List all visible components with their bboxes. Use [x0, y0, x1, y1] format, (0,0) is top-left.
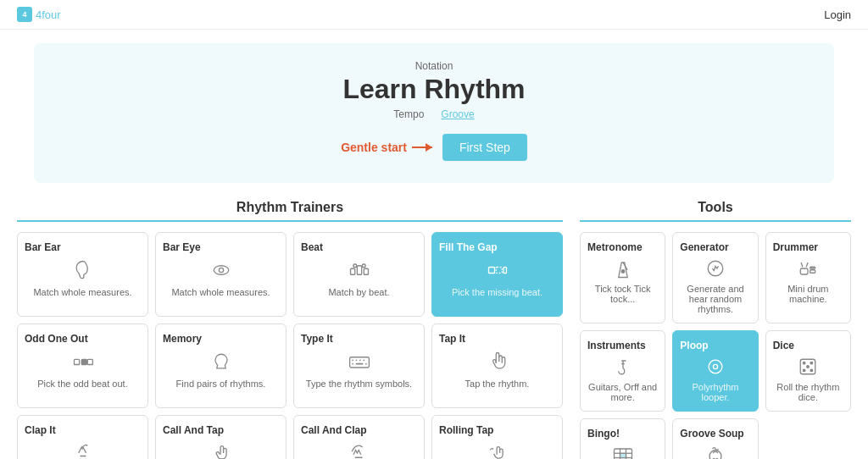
svg-rect-25 — [810, 270, 815, 274]
card-title-bar-eye: Bar Eye — [163, 241, 279, 253]
tool-title-bingo: Bingo! — [587, 428, 658, 440]
tool-card-metronome[interactable]: Metronome Tick tock Tick tock... — [580, 232, 665, 324]
tools-grid: Metronome Tick tock Tick tock... Generat… — [580, 232, 851, 459]
card-title-bar-ear: Bar Ear — [25, 241, 141, 253]
card-icon-bar-ear — [25, 258, 141, 282]
arrow-icon — [412, 147, 432, 148]
main-content: Rhythm Trainers Bar Ear Match whole meas… — [0, 183, 868, 459]
card-icon-fill-the-gap — [439, 258, 555, 282]
tools-section: Tools Metronome Tick tock Tick tock... G… — [580, 200, 851, 459]
svg-point-29 — [709, 360, 722, 373]
tool-icon-drummer — [773, 257, 843, 280]
svg-point-0 — [214, 266, 229, 275]
card-desc-tap-it: Tap the rhythm. — [439, 379, 555, 389]
tool-title-groove-soup: Groove Soup — [680, 428, 750, 440]
svg-point-30 — [713, 364, 717, 368]
rhythm-trainers-grid: Bar Ear Match whole measures. Bar Eye Ma… — [17, 232, 563, 459]
card-icon-beat — [301, 258, 417, 282]
tool-icon-ploop — [680, 355, 750, 379]
tempo-label: Tempo — [393, 108, 424, 120]
svg-rect-4 — [364, 268, 368, 274]
svg-point-1 — [219, 268, 223, 272]
rhythm-card-rolling-tap[interactable]: Rolling Tap Keep tapping... — [431, 415, 563, 459]
tool-card-instruments[interactable]: Instruments Guitars, Orff and more. — [580, 330, 665, 412]
tool-desc-drummer: Mini drum machine. — [773, 284, 843, 304]
svg-rect-26 — [810, 267, 815, 268]
card-icon-tap-it — [439, 350, 555, 373]
tool-card-dice[interactable]: Dice Roll the rhythm dice. — [765, 330, 851, 412]
svg-point-35 — [810, 369, 813, 372]
card-title-tap-it: Tap It — [439, 333, 555, 345]
rhythm-trainers-title: Rhythm Trainers — [17, 200, 563, 222]
card-desc-bar-eye: Match whole measures. — [163, 287, 279, 297]
card-icon-memory — [163, 350, 279, 373]
tool-desc-dice: Roll the rhythm dice. — [773, 382, 843, 402]
logo-icon: 4 — [17, 7, 32, 22]
tool-card-ploop[interactable]: Ploop Polyrhythm looper. — [672, 330, 758, 412]
card-title-clap-it: Clap It — [25, 424, 141, 436]
rhythm-card-bar-ear[interactable]: Bar Ear Match whole measures. — [17, 232, 148, 317]
svg-rect-10 — [74, 359, 79, 364]
rhythm-card-odd-one-out[interactable]: Odd One Out Pick the odd beat out. — [17, 324, 148, 408]
hero-title: Learn Rhythm — [51, 74, 817, 105]
rhythm-card-tap-it[interactable]: Tap It Tap the rhythm. — [431, 324, 563, 408]
rhythm-trainers-section: Rhythm Trainers Bar Ear Match whole meas… — [17, 200, 563, 459]
card-title-odd-one-out: Odd One Out — [25, 333, 141, 345]
card-icon-call-and-clap — [301, 441, 417, 459]
login-link[interactable]: Login — [824, 8, 851, 21]
rhythm-card-call-and-clap[interactable]: Call And Clap Clap the... — [293, 415, 425, 459]
rhythm-card-type-it[interactable]: Type It Type the rhythm symbols. — [293, 324, 425, 408]
svg-rect-3 — [357, 266, 361, 275]
logo-label: 4four — [36, 8, 61, 21]
tool-icon-metronome — [587, 257, 658, 280]
svg-rect-6 — [362, 264, 365, 268]
rhythm-card-call-and-tap[interactable]: Call And Tap Tap the rhythm... — [155, 415, 287, 459]
rhythm-card-beat[interactable]: Beat Match by beat. — [293, 232, 425, 317]
card-title-fill-the-gap: Fill The Gap — [439, 241, 555, 253]
svg-rect-7 — [488, 268, 494, 274]
svg-point-36 — [807, 366, 810, 368]
tools-title: Tools — [580, 200, 851, 222]
svg-rect-42 — [620, 453, 626, 457]
card-desc-odd-one-out: Pick the odd beat out. — [25, 379, 141, 389]
tool-card-generator[interactable]: Generator Generate and hear random rhyth… — [672, 232, 758, 324]
rhythm-card-fill-the-gap[interactable]: Fill The Gap Pick the missing beat. — [431, 232, 563, 317]
svg-rect-12 — [87, 359, 92, 364]
svg-rect-9 — [504, 268, 507, 274]
gentle-start-text: Gentle start — [341, 141, 432, 154]
tool-card-bingo[interactable]: Bingo! — [580, 418, 665, 459]
notation-label: Notation — [51, 60, 817, 72]
card-title-rolling-tap: Rolling Tap — [439, 424, 555, 436]
logo[interactable]: 4 4four — [17, 7, 61, 22]
rhythm-card-clap-it[interactable]: Clap It Clap the... — [17, 415, 148, 459]
tool-card-groove-soup[interactable]: Groove Soup — [672, 418, 758, 459]
rhythm-card-memory[interactable]: Memory Find pairs of rhythms. — [155, 324, 287, 408]
card-title-type-it: Type It — [301, 333, 417, 345]
tool-title-generator: Generator — [680, 241, 750, 253]
groove-label: Groove — [441, 108, 474, 120]
hero-cta: Gentle start First Step — [51, 134, 817, 174]
tool-title-drummer: Drummer — [773, 241, 843, 253]
svg-rect-2 — [350, 268, 354, 274]
card-title-call-and-tap: Call And Tap — [163, 424, 279, 436]
tool-desc-instruments: Guitars, Orff and more. — [587, 382, 658, 402]
tool-title-dice: Dice — [773, 340, 843, 351]
card-desc-bar-ear: Match whole measures. — [25, 287, 141, 297]
tool-title-metronome: Metronome — [587, 241, 658, 253]
first-step-button[interactable]: First Step — [442, 134, 527, 161]
card-desc-memory: Find pairs of rhythms. — [163, 379, 279, 389]
card-icon-bar-eye — [163, 258, 279, 282]
tool-icon-dice — [773, 355, 843, 379]
tool-icon-generator — [680, 257, 750, 280]
card-icon-call-and-tap — [163, 441, 279, 459]
tool-icon-instruments — [587, 355, 658, 379]
hero-section: Notation Learn Rhythm Tempo Groove Gentl… — [34, 43, 834, 183]
tool-card-drummer[interactable]: Drummer Mini drum machine. — [765, 232, 851, 324]
svg-rect-13 — [349, 357, 369, 368]
card-icon-clap-it — [25, 441, 141, 459]
rhythm-card-bar-eye[interactable]: Bar Eye Match whole measures. — [155, 232, 287, 317]
svg-line-27 — [801, 263, 803, 267]
svg-rect-24 — [801, 268, 809, 274]
header: 4 4four Login — [0, 0, 868, 30]
svg-point-34 — [804, 369, 806, 372]
